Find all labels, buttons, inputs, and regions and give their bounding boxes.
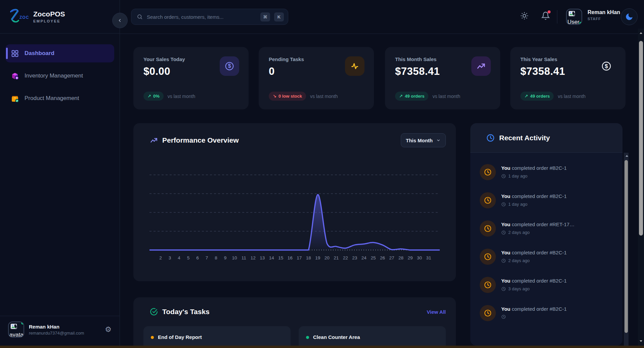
performance-line-chart: 2345678910111213141516171819202122232425…	[149, 159, 440, 264]
page-scrollbar[interactable]	[638, 29, 644, 346]
avatar: avata	[8, 321, 24, 338]
task-name: Clean Counter Area	[313, 334, 360, 340]
activity-item[interactable]: You completed order #B2C-1 2 days ago	[480, 249, 609, 265]
sidebar-item-label: Inventory Management	[25, 72, 83, 79]
comparison-label: vs last month	[558, 94, 585, 99]
comparison-label: vs last month	[310, 94, 338, 99]
svg-text:19: 19	[315, 255, 320, 260]
check-circle-icon	[149, 307, 158, 316]
chevron-left-icon	[118, 18, 122, 23]
light-mode-sun-icon[interactable]	[520, 11, 529, 20]
zoco-logo-icon: ZOCO	[8, 8, 29, 25]
activity-item[interactable]: You completed order #RET-17… 2 days ago	[480, 220, 609, 237]
sidebar-collapse-button[interactable]	[112, 13, 128, 28]
app-title: ZocoPOS	[33, 10, 65, 18]
svg-text:11: 11	[242, 255, 246, 260]
svg-text:29: 29	[407, 255, 413, 260]
trend-badge: ↘0 low stock	[269, 92, 306, 101]
period-filter-dropdown[interactable]: This Month	[401, 133, 446, 147]
trend-up-icon: ↗	[147, 94, 151, 99]
small-clock-icon	[501, 202, 506, 207]
sidebar-item-dashboard[interactable]: Dashboard	[5, 44, 114, 62]
svg-text:17: 17	[297, 255, 302, 260]
broken-image-icon	[568, 11, 576, 17]
topbar: ⌘ K User Reman kHan	[120, 0, 644, 34]
sidebar-user-card[interactable]: avata Reman kHan remanurdu7374@gmail.com…	[0, 316, 120, 343]
recent-activity-card: Recent Activity You completed order #B2C…	[470, 123, 622, 346]
activity-item[interactable]: You completed order #B2C-1 1 day ago	[480, 192, 609, 208]
activity-list: You completed order #B2C-1 1 day ago You…	[470, 153, 622, 346]
performance-title: Performance Overview	[162, 136, 239, 144]
svg-text:7: 7	[206, 255, 208, 260]
activity-time: 1 day ago	[501, 173, 567, 179]
chevron-down-icon	[436, 138, 441, 143]
broken-image-icon	[10, 324, 18, 330]
activity-text: You completed order #B2C-1	[501, 278, 567, 284]
todays-tasks-card: Today's Tasks View All End of Day Report…	[133, 297, 456, 348]
svg-text:22: 22	[343, 255, 348, 260]
svg-text:26: 26	[380, 255, 385, 260]
trend-badge: ↗49 orders	[520, 92, 554, 101]
activity-title: Recent Activity	[499, 134, 550, 142]
activity-item[interactable]: You completed order #B2C-1	[480, 305, 609, 321]
activity-time: 2 days ago	[501, 230, 574, 235]
svg-text:25: 25	[371, 255, 376, 260]
inventory-box-icon	[11, 72, 19, 80]
scroll-up-arrow[interactable]	[639, 31, 643, 35]
scroll-down-arrow[interactable]	[639, 339, 643, 343]
sidebar-item-products[interactable]: Product Management	[5, 89, 114, 107]
svg-text:14: 14	[269, 255, 274, 260]
clock-icon	[480, 249, 496, 265]
svg-text:8: 8	[215, 255, 217, 260]
dollar-circle-icon: $	[220, 56, 239, 76]
stat-card-year-sales: This Year Sales $7358.41 $ ↗49 orders vs…	[510, 47, 626, 109]
view-all-link[interactable]: View All	[427, 309, 446, 315]
activity-icon	[345, 56, 364, 76]
sidebar-nav: Dashboard Inventory Management Product M…	[0, 34, 120, 107]
activity-item[interactable]: You completed order #B2C-1 1 day ago	[480, 164, 609, 180]
scroll-up-arrow[interactable]	[625, 154, 629, 158]
brand-area: ZOCO ZocoPOS EMPLOYEE	[0, 0, 120, 34]
search-input[interactable]	[147, 14, 256, 20]
svg-text:5: 5	[187, 255, 190, 260]
comparison-label: vs last month	[432, 94, 460, 99]
activity-item[interactable]: You completed order #B2C-1 3 days ago	[480, 277, 609, 293]
performance-overview-card: Performance Overview This Month 23456789…	[133, 123, 456, 281]
period-filter-value: This Month	[406, 138, 433, 143]
svg-text:$: $	[228, 63, 231, 69]
small-clock-icon	[501, 314, 506, 319]
clock-icon	[486, 134, 495, 142]
scrollbar-thumb[interactable]	[639, 41, 643, 236]
active-indicator	[6, 48, 8, 59]
svg-text:13: 13	[260, 255, 265, 260]
global-search[interactable]: ⌘ K	[131, 9, 288, 25]
activity-text: You completed order #RET-17…	[501, 221, 574, 227]
dark-mode-toggle[interactable]	[621, 8, 638, 25]
notifications-bell-icon[interactable]	[541, 11, 550, 21]
topbar-user-role: STAFF	[588, 17, 620, 21]
comparison-label: vs last month	[168, 94, 195, 99]
clock-icon	[480, 277, 496, 293]
task-item[interactable]: Clean Counter Area	[299, 326, 446, 348]
scrollbar-thumb[interactable]	[625, 160, 628, 333]
activity-text: You completed order #B2C-1	[501, 250, 567, 255]
svg-text:15: 15	[278, 255, 283, 260]
settings-gear-icon[interactable]: ⚙	[105, 325, 112, 334]
sidebar: ZOCO ZocoPOS EMPLOYEE Dashboard Inventor	[0, 0, 120, 346]
activity-scrollbar[interactable]	[624, 153, 629, 346]
svg-text:28: 28	[398, 255, 403, 260]
notification-dot	[548, 10, 551, 13]
user-menu[interactable]: User	[566, 9, 582, 25]
task-priority-dot	[151, 336, 154, 339]
topbar-user-name: Reman kHan	[588, 9, 620, 15]
sidebar-item-inventory[interactable]: Inventory Management	[5, 67, 114, 85]
activity-time: 1 day ago	[501, 202, 567, 207]
activity-text: You completed order #B2C-1	[501, 165, 567, 171]
activity-time: 2 days ago	[501, 258, 567, 263]
trending-up-icon	[149, 136, 158, 145]
clock-icon	[480, 192, 496, 208]
clock-icon	[480, 220, 496, 237]
sidebar-item-label: Product Management	[25, 95, 79, 102]
task-item[interactable]: End of Day Report	[143, 326, 291, 348]
activity-text: You completed order #B2C-1	[501, 306, 567, 312]
